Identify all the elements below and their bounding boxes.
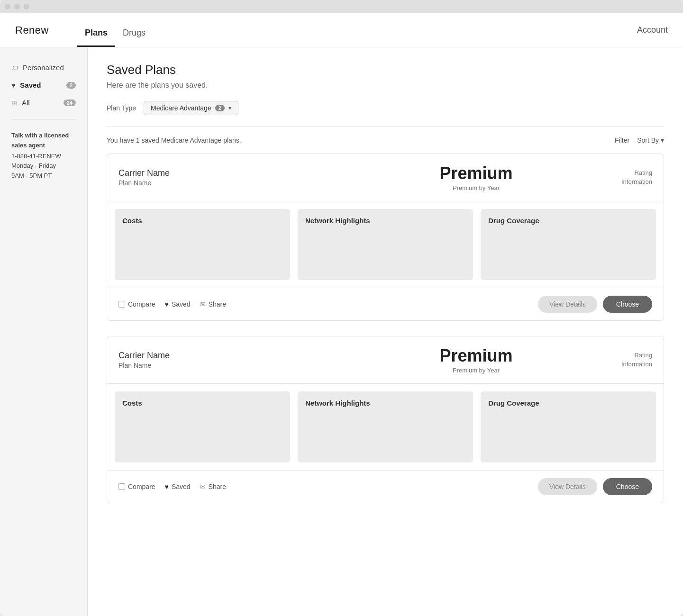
main-content: Saved Plans Here are the plans you saved…: [88, 47, 683, 616]
plan-2-share-action[interactable]: ✉ Share: [200, 483, 226, 490]
sidebar-agent: Talk with a licensed sales agent 1-888-4…: [8, 127, 80, 185]
compare-checkbox-icon: [118, 301, 125, 308]
saved-label: Saved: [172, 300, 191, 308]
plan-card-1: Carrier Name Plan Name Premium Premium b…: [107, 154, 664, 321]
plan-1-saved-action[interactable]: ♥ Saved: [165, 300, 191, 308]
share-label: Share: [209, 300, 226, 308]
plan-2-costs-label: Costs: [122, 399, 142, 407]
plan-1-drug-box: Drug Coverage: [481, 209, 656, 280]
page-subtitle: Here are the plans you saved.: [107, 81, 664, 90]
plan-type-badge: 2: [215, 105, 225, 111]
grid-icon: ⊞: [11, 99, 17, 107]
plan-type-label: Plan Type: [107, 104, 136, 112]
plan-1-costs-label: Costs: [122, 217, 142, 225]
plan-2-footer-left: Compare ♥ Saved ✉ Share: [118, 483, 538, 490]
sidebar-item-personalized[interactable]: 🏷 Personalized: [8, 59, 80, 76]
saved-heart-icon: ♥: [165, 300, 169, 308]
tab-drugs[interactable]: Drugs: [115, 13, 153, 47]
plan-2-network-label: Network Highlights: [305, 399, 370, 407]
sort-by-label: Sort By: [637, 136, 659, 144]
sidebar-item-label-personalized: Personalized: [23, 63, 64, 72]
share-mail-icon: ✉: [200, 300, 206, 308]
plan-1-footer-left: Compare ♥ Saved ✉ Share: [118, 300, 538, 308]
plan-1-carrier-name: Carrier Name: [118, 168, 357, 178]
plan-2-premium-by-year: Premium by Year: [357, 367, 595, 374]
tag-icon: 🏷: [11, 64, 18, 72]
plan-2-premium: Premium: [357, 346, 595, 366]
saved-badge: 2: [66, 82, 76, 89]
plan-1-carrier: Carrier Name Plan Name: [118, 168, 357, 187]
plan-1-view-details-button[interactable]: View Details: [538, 296, 597, 313]
plan-1-footer: Compare ♥ Saved ✉ Share: [107, 288, 664, 320]
plan-2-costs-box: Costs: [115, 391, 290, 462]
plan-1-features: Costs Network Highlights Drug Coverage: [107, 201, 664, 288]
content-divider: [107, 127, 664, 127]
compare-label-2: Compare: [128, 483, 155, 490]
plan-type-select[interactable]: Medicare Advantage 2 ▾: [144, 101, 238, 115]
account-link[interactable]: Account: [637, 25, 668, 35]
results-row: You have 1 saved Medicare Advantage plan…: [107, 136, 664, 144]
sidebar-item-label-all: All: [22, 99, 30, 107]
plan-2-carrier-name: Carrier Name: [118, 351, 357, 361]
plan-1-premium: Premium: [357, 163, 595, 183]
sidebar-item-saved[interactable]: ♥ Saved 2: [8, 76, 80, 94]
plan-2-compare-action[interactable]: Compare: [118, 483, 155, 490]
agent-time: 9AM - 5PM PT: [11, 172, 52, 179]
plan-2-network-box: Network Highlights: [298, 391, 473, 462]
plan-type-value: Medicare Advantage: [151, 104, 211, 112]
plan-card-2: Carrier Name Plan Name Premium Premium b…: [107, 336, 664, 503]
page-title: Saved Plans: [107, 63, 664, 77]
results-actions: Filter Sort By ▾: [615, 136, 664, 144]
plan-1-network-label: Network Highlights: [305, 217, 370, 225]
agent-heading: Talk with a licensed sales agent: [11, 131, 76, 151]
plan-1-compare-action[interactable]: Compare: [118, 300, 155, 308]
plan-2-view-details-button[interactable]: View Details: [538, 478, 597, 495]
plan-2-choose-button[interactable]: Choose: [603, 478, 652, 495]
heart-icon: ♥: [11, 82, 15, 89]
plan-2-rating-label: Rating Information: [595, 351, 652, 368]
titlebar: [0, 0, 683, 13]
sidebar-item-all[interactable]: ⊞ All 24: [8, 94, 80, 111]
plan-1-premium-by-year: Premium by Year: [357, 184, 595, 191]
plan-1-share-action[interactable]: ✉ Share: [200, 300, 226, 308]
plan-2-footer: Compare ♥ Saved ✉ Share: [107, 471, 664, 503]
share-label-2: Share: [209, 483, 226, 490]
plan-2-carrier: Carrier Name Plan Name: [118, 351, 357, 369]
sidebar-item-label-saved: Saved: [20, 81, 41, 89]
share-mail-2-icon: ✉: [200, 483, 206, 490]
compare-label: Compare: [128, 300, 155, 308]
results-text: You have 1 saved Medicare Advantage plan…: [107, 136, 241, 144]
sidebar-divider: [11, 119, 76, 119]
plan-1-choose-button[interactable]: Choose: [603, 296, 652, 313]
all-badge: 24: [64, 100, 76, 106]
sort-by-button[interactable]: Sort By ▾: [637, 136, 664, 144]
plan-1-footer-right: View Details Choose: [538, 296, 652, 313]
plan-1-drug-label: Drug Coverage: [488, 217, 539, 225]
plan-2-premium-section: Premium Premium by Year: [357, 346, 595, 374]
plan-2-rating: Rating Information: [595, 351, 652, 368]
chevron-down-icon: ▾: [228, 105, 231, 111]
top-nav: Renew Plans Drugs Account: [0, 13, 683, 47]
plan-1-rating-label: Rating Information: [595, 169, 652, 186]
nav-tabs: Plans Drugs: [77, 13, 637, 47]
plan-1-plan-name: Plan Name: [118, 179, 357, 187]
app-body: Renew Plans Drugs Account 🏷 Personalized…: [0, 13, 683, 616]
close-dot: [5, 4, 10, 9]
plan-1-rating: Rating Information: [595, 169, 652, 186]
plan-2-features: Costs Network Highlights Drug Coverage: [107, 384, 664, 471]
plan-2-saved-action[interactable]: ♥ Saved: [165, 483, 191, 490]
tab-plans[interactable]: Plans: [77, 13, 115, 47]
filter-button[interactable]: Filter: [615, 136, 629, 144]
plan-2-plan-name: Plan Name: [118, 362, 357, 369]
logo: Renew: [15, 24, 49, 36]
plan-1-costs-box: Costs: [115, 209, 290, 280]
plan-2-drug-label: Drug Coverage: [488, 399, 539, 407]
plan-type-row: Plan Type Medicare Advantage 2 ▾: [107, 101, 664, 115]
plan-1-network-box: Network Highlights: [298, 209, 473, 280]
plan-2-drug-box: Drug Coverage: [481, 391, 656, 462]
minimize-dot: [14, 4, 20, 9]
agent-hours: Monday - Friday: [11, 162, 56, 169]
compare-checkbox-2-icon: [118, 483, 125, 490]
app-window: Renew Plans Drugs Account 🏷 Personalized…: [0, 0, 683, 616]
plan-card-2-header: Carrier Name Plan Name Premium Premium b…: [107, 336, 664, 384]
